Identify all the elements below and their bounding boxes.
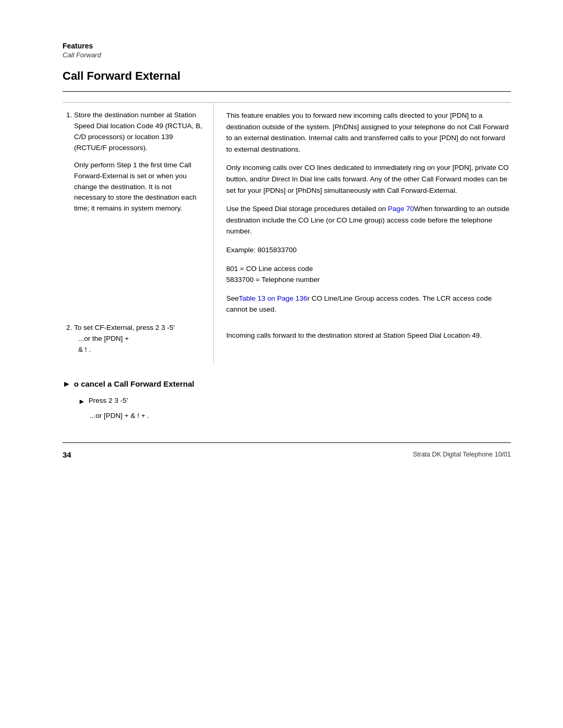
right-para-5-line1: 801 = CO Line access code [226,265,313,273]
page: Features Call Forward Call Forward Exter… [0,0,563,728]
page-title: Call Forward External [63,69,511,83]
right-para-5: 801 = CO Line access code 5833700 = Tele… [226,263,511,286]
step1-item: Store the destination number at Station … [74,110,205,214]
steps-list: Store the destination number at Station … [63,110,205,214]
step2-right-col: Incoming calls forward to the destinatio… [214,323,511,364]
arrow-right-icon: ► [63,379,71,389]
cancel-step-label: Press 2 3 -5' [89,395,128,406]
right-para-4: Example: 8015833700 [226,244,511,256]
step2-list: To set CF-External, press 2 3 -5' ...or … [63,323,205,355]
cancel-heading-text: o cancel a Call Forward External [74,379,194,388]
header-features: Features [63,42,511,50]
right-para-6-pre: See [226,294,239,302]
cancel-sub-text: ...or [PDN] + & ! + . [90,412,149,419]
step2-left-sub1: ...or the [PDN] + & ! . [78,334,205,355]
step1-text: Store the destination number at Station … [74,111,202,152]
page70-link[interactable]: Page 70 [388,205,414,213]
cancel-arrow-icon: ► [78,396,85,407]
cancel-sub-press: ► Press 2 3 -5' ...or [PDN] + & ! + . [78,395,511,422]
step2-left-col: To set CF-External, press 2 3 -5' ...or … [63,323,214,364]
step1-left-col: Store the destination number at Station … [63,103,214,323]
cancel-heading: ► o cancel a Call Forward External [63,379,511,389]
header-sub: Call Forward [63,51,511,59]
footer-page-number: 34 [63,450,71,459]
right-para-6: SeeTable 13 on Page 136r CO Line/Line Gr… [226,293,511,315]
table13-link[interactable]: Table 13 on Page 136 [239,294,307,302]
header-section: Features Call Forward [63,42,511,59]
bottom-divider [63,442,511,443]
step2-right-text: Incoming calls forward to the destinatio… [226,330,511,341]
right-para-2: Only incoming calls over CO lines dedica… [226,162,511,196]
footer: 34 Strata DK Digital Telephone 10/01 [63,450,511,459]
step1-sub-text: Only perform Step 1 the first time Call … [74,160,205,215]
cancel-section: ► o cancel a Call Forward External ► Pre… [63,379,511,422]
cancel-bullet-1: ► Press 2 3 -5' [78,395,511,407]
step1-layout: Store the destination number at Station … [63,102,511,323]
step1-right-col: This feature enables you to forward new … [214,103,511,323]
step2-item: To set CF-External, press 2 3 -5' ...or … [74,323,205,355]
cancel-or-line: ...or [PDN] + & ! + . [90,410,511,422]
step2-layout: To set CF-External, press 2 3 -5' ...or … [63,323,511,364]
footer-title: Strata DK Digital Telephone 10/01 [413,451,511,458]
top-divider [63,91,511,92]
step2-left-text: To set CF-External, press 2 3 -5' [74,324,175,331]
right-para-1: This feature enables you to forward new … [226,110,511,155]
right-para-3-pre: Use the Speed Dial storage procedures de… [226,205,388,213]
right-para-5-line2: 5833700 = Telephone number [226,276,320,283]
right-para-3: Use the Speed Dial storage procedures de… [226,203,511,237]
